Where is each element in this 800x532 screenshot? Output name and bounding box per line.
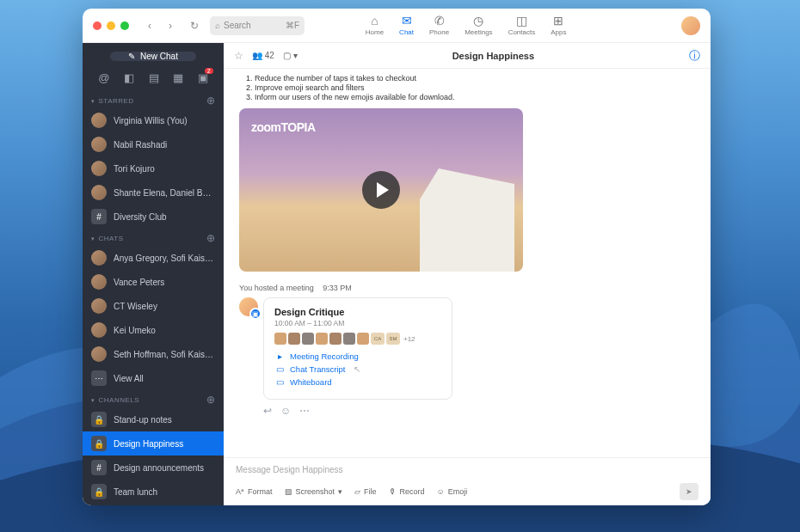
list-item-viewall[interactable]: ⋯View All [83, 366, 224, 390]
clock-icon: ◷ [473, 15, 483, 27]
link-whiteboard[interactable]: ▭Whiteboard [274, 377, 441, 387]
lock-icon: 🔒 [91, 436, 107, 451]
message-input[interactable]: Message Design Happiness [236, 465, 698, 474]
video-call-icon[interactable]: ▢ ▾ [283, 51, 298, 60]
list-item[interactable]: Virginia Willis (You) [83, 108, 224, 132]
list-item[interactable]: CT Wiseley [83, 294, 224, 318]
tool-screenshot[interactable]: ▧Screenshot ▾ [285, 487, 343, 496]
section-bots[interactable]: ▾BOTS ⊕ [83, 504, 224, 505]
tool-record[interactable]: 🎙Record [389, 487, 425, 496]
search-icon: ⌕ [215, 21, 220, 30]
list-line: Reduce the number of taps it takes to ch… [255, 74, 695, 83]
video-icon[interactable]: ▣2 [198, 71, 208, 84]
list-item[interactable]: Shante Elena, Daniel Bow... [83, 180, 224, 205]
list-item[interactable]: Kei Umeko [83, 318, 224, 342]
screenshot-icon: ▧ [285, 487, 292, 496]
chevron-down-icon: ▾ [91, 98, 95, 104]
mentions-icon[interactable]: @ [98, 71, 109, 84]
tab-contacts[interactable]: ◫Contacts [508, 15, 536, 36]
link-transcript[interactable]: ▭Chat Transcript↖ [274, 364, 441, 374]
section-starred[interactable]: ▾STARRED ⊕ [83, 91, 224, 108]
tool-format[interactable]: AᵃFormat [236, 487, 273, 496]
contacts-icon[interactable]: ▦ [173, 71, 183, 84]
add-icon[interactable]: ⊕ [206, 95, 216, 107]
contacts-icon: ◫ [516, 15, 527, 27]
add-icon[interactable]: ⊕ [206, 232, 216, 244]
emoji-react-icon[interactable]: ☺ [280, 405, 291, 417]
format-icon: Aᵃ [236, 487, 244, 496]
message-actions: ↩ ☺ ⋯ [263, 405, 695, 417]
files-icon[interactable]: ▤ [149, 71, 159, 84]
section-chats[interactable]: ▾CHATS ⊕ [83, 229, 224, 246]
list-line: Improve emoji search and filters [255, 83, 695, 92]
apps-icon: ⊞ [553, 15, 563, 27]
participants: CA SM +12 [274, 333, 441, 345]
phone-icon: ✆ [434, 15, 445, 27]
home-icon: ⌂ [371, 15, 378, 27]
tool-file[interactable]: ▱File [354, 487, 377, 496]
play-circle-icon: ▸ [274, 352, 285, 361]
participant-initials: SM [386, 333, 400, 345]
minimize-icon[interactable] [107, 21, 115, 30]
document-icon: ▭ [274, 364, 285, 374]
members-count[interactable]: 👥 42 [252, 51, 274, 60]
window-controls [93, 21, 129, 30]
tool-emoji[interactable]: ☺Emoji [437, 487, 468, 496]
channel-item[interactable]: 🔒Team lunch [83, 480, 224, 504]
section-channels[interactable]: ▾CHANNELS ⊕ [83, 390, 224, 407]
search-shortcut: ⌘F [286, 21, 299, 30]
video-logo: zoomTOPIA [251, 120, 316, 134]
maximize-icon[interactable] [120, 21, 129, 30]
channel-item-selected[interactable]: 🔒Design Happiness [83, 431, 224, 456]
file-icon: ▱ [354, 487, 360, 496]
forward-button[interactable]: › [162, 17, 179, 34]
list-item[interactable]: Nabil Rashadi [83, 132, 224, 156]
whiteboard-icon: ▭ [274, 377, 285, 387]
profile-avatar[interactable] [681, 16, 700, 35]
tab-meetings[interactable]: ◷Meetings [465, 15, 492, 36]
link-recording[interactable]: ▸Meeting Recording [274, 352, 441, 361]
play-icon[interactable] [362, 171, 400, 209]
bookmarks-icon[interactable]: ◧ [124, 71, 134, 84]
composer: Message Design Happiness AᵃFormat ▧Scree… [224, 457, 711, 505]
tab-apps[interactable]: ⊞Apps [551, 15, 566, 36]
chat-content: Reduce the number of taps it takes to ch… [224, 69, 711, 457]
tab-phone[interactable]: ✆Phone [429, 15, 449, 36]
history-button[interactable]: ↻ [186, 17, 203, 34]
main-panel: ☆ 👥 42 ▢ ▾ Design Happiness ⓘ Reduce the… [224, 43, 711, 505]
close-icon[interactable] [93, 21, 102, 30]
info-icon[interactable]: ⓘ [689, 48, 700, 64]
video-attachment[interactable]: zoomTOPIA [239, 108, 523, 272]
participants-more: +12 [403, 335, 415, 343]
meeting-time: 9:33 PM [323, 284, 352, 292]
list-item[interactable]: #Diversity Club [83, 205, 224, 229]
star-icon[interactable]: ☆ [234, 50, 243, 62]
list-item[interactable]: Anya Gregory, Sofi Kaiser... [83, 246, 224, 270]
participant-initials: CA [371, 333, 385, 345]
channel-item[interactable]: 🔒Stand-up notes [83, 407, 224, 431]
tab-home[interactable]: ⌂Home [366, 15, 384, 36]
message-list: Reduce the number of taps it takes to ch… [239, 74, 695, 101]
lock-icon: 🔒 [91, 412, 107, 427]
back-button[interactable]: ‹ [141, 17, 158, 34]
channel-item[interactable]: #Design announcements [83, 456, 224, 480]
send-button[interactable]: ➤ [680, 483, 698, 500]
nav-tabs: ⌂Home ✉Chat ✆Phone ◷Meetings ◫Contacts ⊞… [366, 15, 567, 36]
more-icon[interactable]: ⋯ [299, 405, 310, 417]
list-item[interactable]: Vance Peters [83, 270, 224, 294]
search-input[interactable]: ⌕ Search ⌘F [210, 16, 305, 35]
list-item[interactable]: Seth Hoffman, Sofi Kaiser... [83, 342, 224, 366]
new-chat-button[interactable]: ✎ New Chat [110, 52, 196, 61]
tab-chat[interactable]: ✉Chat [399, 15, 414, 36]
list-item[interactable]: Tori Kojuro [83, 156, 224, 180]
app-window: ‹ › ↻ ⌕ Search ⌘F ⌂Home ✉Chat ✆Phone ◷Me… [83, 9, 711, 505]
add-icon[interactable]: ⊕ [206, 394, 216, 406]
chevron-down-icon: ▾ [91, 397, 95, 403]
list-line: Inform our users of the new emojis avail… [255, 93, 695, 101]
badge: 2 [205, 68, 213, 74]
lock-icon: 🔒 [91, 484, 107, 499]
emoji-icon: ☺ [437, 487, 445, 496]
mic-icon: 🎙 [389, 487, 397, 496]
reply-icon[interactable]: ↩ [263, 405, 272, 417]
chat-header: ☆ 👥 42 ▢ ▾ Design Happiness ⓘ [224, 43, 711, 69]
